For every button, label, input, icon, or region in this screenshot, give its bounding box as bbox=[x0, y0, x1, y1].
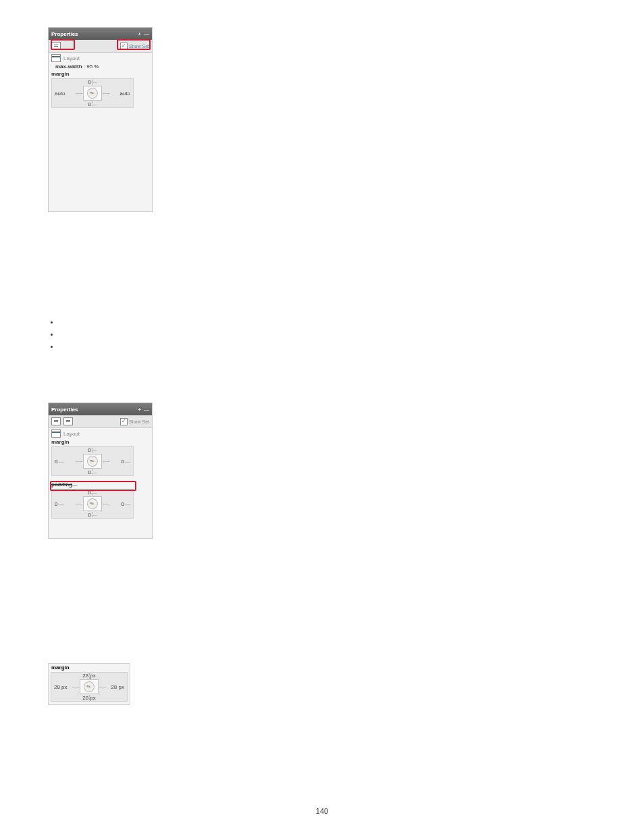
margin-box-editor-28px[interactable]: 28 px 28 px 28 px 28 px ✎ bbox=[51, 672, 128, 702]
box-center[interactable]: ✎ bbox=[80, 679, 99, 694]
margin-label: margin bbox=[49, 70, 152, 77]
panel-title: Properties bbox=[51, 31, 78, 37]
box-center[interactable]: ✎ bbox=[83, 496, 102, 511]
pencil-icon: ✎ bbox=[85, 496, 100, 511]
add-icon[interactable]: + bbox=[138, 407, 141, 413]
panel-toolbar: ✓ Show Set bbox=[49, 40, 152, 53]
box-center[interactable]: ✎ bbox=[83, 86, 102, 101]
margin-right-value[interactable]: 0— bbox=[122, 459, 130, 465]
show-set-toggle[interactable]: ✓ Show Set bbox=[120, 418, 149, 425]
margin-left-value[interactable]: auto bbox=[55, 90, 65, 97]
checkbox-icon: ✓ bbox=[120, 43, 128, 50]
padding-left-value[interactable]: 0— bbox=[55, 501, 63, 507]
max-width-row[interactable]: max-width : 95 % bbox=[49, 62, 152, 70]
box-center[interactable]: ✎ bbox=[83, 454, 102, 469]
list-icon[interactable] bbox=[51, 42, 61, 50]
panel-title: Properties bbox=[51, 407, 78, 413]
pencil-icon: ✎ bbox=[85, 454, 100, 469]
panel-title-bar: Properties + — bbox=[49, 28, 152, 40]
pencil-icon: ✎ bbox=[82, 679, 97, 694]
max-width-value: 95 % bbox=[86, 63, 99, 70]
margin-left-value[interactable]: 0— bbox=[55, 459, 63, 465]
padding-label: padding— bbox=[49, 480, 152, 489]
menu-icon[interactable]: — bbox=[144, 407, 149, 413]
margin-left-value[interactable]: 28 px bbox=[54, 684, 68, 690]
padding-right-value[interactable]: 0— bbox=[122, 501, 130, 507]
page-number: 140 bbox=[0, 807, 644, 815]
margin-label: margin bbox=[49, 664, 130, 671]
margin-right-value[interactable]: 28 px bbox=[111, 684, 124, 690]
padding-box-editor[interactable]: 0— 0— 0— 0— ✎ bbox=[51, 489, 134, 519]
margin-values-panel: margin 28 px 28 px 28 px 28 px ✎ bbox=[48, 663, 130, 705]
panel-title-icons: + — bbox=[138, 407, 149, 413]
pencil-icon: ✎ bbox=[85, 86, 100, 101]
layout-icon bbox=[51, 54, 61, 62]
max-width-label: max-width bbox=[55, 63, 82, 70]
add-icon[interactable]: + bbox=[138, 31, 141, 37]
panel-title-icons: + — bbox=[138, 31, 149, 37]
margin-box-editor[interactable]: 0— auto auto 0— ✎ bbox=[51, 78, 134, 108]
bullet-list bbox=[51, 316, 59, 353]
layout-label: Layout bbox=[63, 431, 80, 437]
properties-panel-2: Properties + — ✓ Show Set Layout margin … bbox=[48, 402, 153, 539]
layout-icon bbox=[51, 429, 61, 438]
panel-title-bar: Properties + — bbox=[49, 403, 152, 415]
list-icon-2[interactable] bbox=[63, 417, 73, 425]
properties-panel: Properties + — ✓ Show Set Layout max-wid… bbox=[48, 27, 153, 212]
layout-label: Layout bbox=[63, 55, 80, 61]
list-icon[interactable] bbox=[51, 417, 61, 425]
layout-section-header[interactable]: Layout bbox=[49, 428, 152, 438]
show-set-label: Show Set bbox=[129, 44, 149, 49]
menu-icon[interactable]: — bbox=[144, 31, 149, 37]
checkbox-icon: ✓ bbox=[120, 418, 128, 425]
margin-box-editor[interactable]: 0— 0— 0— 0— ✎ bbox=[51, 446, 134, 476]
panel-toolbar: ✓ Show Set bbox=[49, 415, 152, 428]
margin-label: margin bbox=[49, 438, 152, 445]
layout-section-header[interactable]: Layout bbox=[49, 53, 152, 62]
show-set-label: Show Set bbox=[129, 419, 149, 424]
margin-right-value[interactable]: auto bbox=[119, 90, 130, 97]
show-set-toggle[interactable]: ✓ Show Set bbox=[120, 43, 149, 50]
